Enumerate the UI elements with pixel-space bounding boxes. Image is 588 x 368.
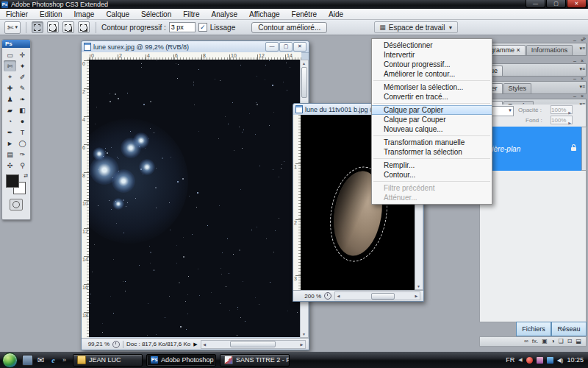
history-brush-tool[interactable]: ❧ — [16, 93, 29, 105]
doc2-horizontal-scrollbar[interactable]: ◀ ▶ — [334, 291, 420, 300]
eraser-tool[interactable]: ▰ — [4, 105, 16, 116]
notes-tool[interactable]: ▤ — [4, 149, 16, 160]
panel-options-icon[interactable]: ▾≡ — [579, 66, 585, 72]
menu-fichier[interactable]: Fichier — [0, 9, 34, 20]
hand-tool[interactable]: ✣ — [4, 160, 16, 171]
taskbar-task-adobe-photoshop-c[interactable]: PsAdobe Photoshop C... — [146, 354, 216, 367]
selection-mode-add-button[interactable] — [47, 21, 59, 33]
layer-effects-icon[interactable]: fx. — [532, 338, 538, 345]
taskbar-task-sans-titre-2-paint[interactable]: SANS TITRE 2 - Paint — [220, 354, 290, 367]
menu-image[interactable]: Image — [68, 9, 101, 20]
panel-group-buttons[interactable]: ‒ × — [573, 93, 585, 99]
pen-tool[interactable]: ✒ — [4, 127, 16, 138]
crop-tool[interactable]: ⌖ — [4, 71, 16, 82]
quicklaunch-overflow-chevron[interactable]: » — [62, 356, 66, 364]
panel-group-buttons[interactable]: ‒ × — [573, 38, 585, 43]
context-menu-item-calque-par-couper[interactable]: Calque par Couper — [372, 115, 492, 124]
brush-tool[interactable]: ✎ — [16, 82, 29, 93]
doc-close-button[interactable]: ✕ — [293, 42, 306, 52]
blur-tool[interactable]: ◔ — [4, 116, 16, 127]
close-button[interactable]: ✕ — [567, 0, 587, 8]
layer-group-icon[interactable]: ❏ — [559, 338, 564, 345]
tray-network-icon[interactable] — [547, 357, 553, 364]
tray-security-icon[interactable] — [526, 357, 533, 364]
menu-fenetre[interactable]: Fenêtre — [286, 9, 323, 20]
healing-brush-tool[interactable]: ✚ — [4, 82, 16, 93]
context-menu-item-contour-progressif[interactable]: Contour progressif... — [372, 60, 492, 69]
doc2-zoom-level[interactable]: 200 % — [296, 293, 321, 300]
maximize-button[interactable]: ▢ — [546, 0, 566, 8]
menu-edition[interactable]: Edition — [34, 9, 68, 20]
tool-preset-picker[interactable]: ✄ ▾ — [4, 21, 21, 34]
taskbar-task-jean-luc[interactable]: JEAN LUC — [73, 354, 143, 367]
show-desktop-icon[interactable] — [22, 355, 33, 366]
toolbox-header[interactable]: Ps — [2, 40, 30, 48]
slice-tool[interactable]: ✐ — [16, 71, 29, 82]
context-menu-item-ame-liorer-le-contour[interactable]: Améliorer le contour... — [372, 69, 492, 79]
layer-row-background[interactable]: rière-plan — [479, 127, 587, 171]
panel-options-icon[interactable]: ▾≡ — [579, 46, 585, 52]
quick-selection-tool[interactable]: ✦ — [16, 60, 29, 71]
start-button[interactable] — [2, 353, 18, 368]
menu-affichage[interactable]: Affichage — [243, 9, 286, 20]
language-indicator[interactable]: FR — [506, 356, 514, 364]
volume-icon[interactable]: ◀) — [557, 357, 564, 364]
workspace-button[interactable]: ▦ Espace de travail ▼ — [374, 21, 458, 33]
shape-tool[interactable]: ◯ — [16, 138, 29, 149]
internet-explorer-icon[interactable]: e — [49, 355, 58, 365]
context-menu-item-contour[interactable]: Contour... — [372, 170, 492, 180]
panel-options-icon[interactable]: ▾≡ — [579, 84, 585, 90]
panel-group-buttons[interactable]: ‒ × — [573, 76, 585, 81]
layers-scrollbar[interactable] — [581, 127, 587, 171]
quick-mask-button[interactable] — [10, 199, 23, 210]
dock-button-fichiers[interactable]: Fichiers — [516, 322, 551, 336]
gradient-tool[interactable]: ◧ — [16, 105, 29, 116]
lasso-tool[interactable]: ✄ — [4, 60, 16, 71]
doc1-titlebar[interactable]: lune surex.jpg @ 99,2% (RVB/8) — ▢ ✕ — [82, 41, 309, 53]
context-menu-item-calque-par-copier[interactable]: Calque par Copier — [372, 105, 492, 115]
dock-button-reseau[interactable]: Réseau — [551, 322, 587, 336]
context-menu-item-remplir[interactable]: Remplir... — [372, 160, 492, 170]
menu-analyse[interactable]: Analyse — [205, 9, 243, 20]
panel-tab-styles[interactable]: Styles — [503, 83, 532, 93]
zoom-tool[interactable]: ⚲ — [16, 160, 29, 171]
doc-maximize-button[interactable]: ▢ — [279, 42, 293, 52]
clone-stamp-tool[interactable]: ♟ — [4, 93, 16, 105]
menu-calque[interactable]: Calque — [100, 9, 135, 20]
opacity-value[interactable]: 100%▶ — [551, 105, 573, 114]
menu-aide[interactable]: Aide — [323, 9, 349, 20]
adjustment-layer-icon[interactable]: ◑ — [551, 338, 555, 345]
panel-tab-informations[interactable]: Informations — [526, 45, 573, 55]
foreground-color-swatch[interactable] — [6, 174, 19, 188]
context-menu-item-convertir-en-trace[interactable]: Convertir en tracé... — [372, 92, 492, 102]
link-layers-icon[interactable]: ∞ — [524, 338, 528, 345]
context-menu-item-transformer-la-se-lection[interactable]: Transformer la sélection — [372, 147, 492, 157]
dodge-tool[interactable]: ● — [16, 116, 29, 127]
pleiades-canvas[interactable] — [89, 60, 301, 337]
tray-expand-icon[interactable]: ◀ — [518, 357, 522, 363]
menu-filtre[interactable]: Filtre — [177, 9, 205, 20]
context-menu-item-de-se-lectionner[interactable]: Désélectionner — [372, 40, 492, 50]
antialias-checkbox[interactable]: ✓ — [198, 23, 207, 32]
swap-colors-icon[interactable]: ⇄ — [24, 173, 28, 179]
move-tool[interactable]: ✛ — [16, 49, 29, 60]
fill-value[interactable]: 100%▶ — [551, 116, 573, 124]
context-menu-item-intervertir[interactable]: Intervertir — [372, 50, 492, 60]
menu-selection[interactable]: Sélection — [135, 9, 177, 20]
selection-mode-intersect-button[interactable] — [78, 21, 90, 33]
refine-edge-button[interactable]: Contour amélioré... — [251, 22, 327, 33]
eyedropper-tool[interactable]: ✑ — [16, 149, 29, 160]
context-menu-item-me-moriser-la-se-lection[interactable]: Mémoriser la sélection... — [372, 82, 492, 92]
rectangular-marquee-tool[interactable]: ▭ — [4, 49, 16, 60]
mail-icon[interactable]: ✉ — [36, 355, 46, 365]
selection-mode-subtract-button[interactable] — [62, 21, 74, 33]
context-menu-item-transformation-manuelle[interactable]: Transformation manuelle — [372, 138, 492, 147]
panel-group-buttons[interactable]: ‒ × — [573, 58, 585, 63]
path-selection-tool[interactable]: ► — [4, 138, 16, 149]
delete-layer-icon[interactable]: ⬓ — [576, 338, 581, 345]
type-tool[interactable]: T — [16, 127, 29, 138]
doc-minimize-button[interactable]: — — [265, 42, 279, 52]
minimize-button[interactable]: — — [526, 0, 545, 8]
layer-mask-icon[interactable]: ▣ — [542, 338, 548, 345]
doc1-zoom-level[interactable]: 99,21 % — [85, 341, 110, 347]
